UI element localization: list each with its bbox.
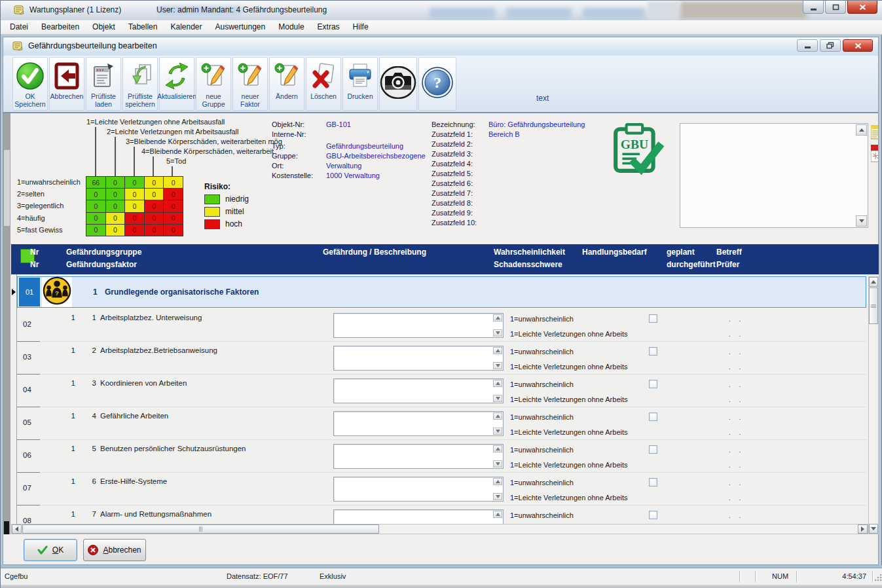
toolbar-kamera-button[interactable] bbox=[379, 57, 417, 111]
refresh-icon bbox=[162, 60, 192, 92]
menu-item-objekt[interactable]: Objekt bbox=[86, 20, 122, 34]
spinner-up-button[interactable] bbox=[493, 314, 502, 322]
excel-export-icon[interactable] bbox=[871, 125, 878, 143]
toolbar-aendern-button[interactable]: Ändern bbox=[269, 57, 304, 111]
grip-icon bbox=[199, 526, 200, 532]
toolbar-loeschen-label: Löschen bbox=[310, 92, 337, 100]
vertical-scrollbar-thumb[interactable] bbox=[869, 287, 878, 324]
menubar: DateiBearbeitenObjektTabellenKalenderAus… bbox=[1, 20, 882, 35]
row-severity: 1=Leichte Verletzungen ohne Arbeits bbox=[510, 461, 628, 469]
table-row[interactable]: 0514Gefährliche Arbeiten1=unwahrscheinli… bbox=[11, 407, 866, 440]
table-row[interactable]: 0211Arbeitsplatzbez. Unterweisung1=unwah… bbox=[11, 309, 866, 342]
cancel-button[interactable]: Abbrechen bbox=[83, 539, 146, 561]
table-row[interactable]: 0312Arbeitsplatzbez.Betriebsanweisung1=u… bbox=[11, 342, 866, 375]
menu-item-module[interactable]: Module bbox=[272, 20, 310, 34]
spinner-up-button[interactable] bbox=[493, 511, 502, 518]
dialog-restore-button[interactable] bbox=[820, 39, 841, 52]
left-scrollbar[interactable] bbox=[3, 113, 10, 534]
row-description-textarea[interactable] bbox=[333, 444, 504, 469]
notes-scroll-up-button[interactable] bbox=[856, 124, 867, 136]
window-maximize-button[interactable] bbox=[825, 1, 846, 14]
spinner-down-button[interactable] bbox=[493, 329, 502, 337]
spinner-up-button[interactable] bbox=[493, 347, 502, 354]
toolbar-neue-gruppe-button[interactable]: neueGruppe bbox=[196, 57, 231, 111]
toolbar-hilfe-button[interactable]: ? bbox=[418, 57, 456, 111]
scroll-down-button[interactable] bbox=[869, 524, 878, 534]
row-probability: 1=unwahrscheinlich bbox=[510, 446, 574, 454]
spinner-up-button[interactable] bbox=[493, 478, 502, 485]
row-description-textarea[interactable] bbox=[333, 313, 504, 338]
col-severity: Schadensschwere bbox=[494, 260, 562, 269]
row-done-date: . . bbox=[729, 494, 744, 502]
scroll-left-button[interactable] bbox=[12, 524, 22, 534]
menu-item-bearbeiten[interactable]: Bearbeiten bbox=[35, 20, 86, 34]
spinner-up-button[interactable] bbox=[493, 413, 502, 420]
table-row[interactable]: 0413Koordinieren von Arbeiten1=unwahrsch… bbox=[11, 375, 866, 407]
scroll-up-button[interactable] bbox=[869, 277, 878, 287]
toolbar-abbrechen-button[interactable]: Abbrechen bbox=[49, 57, 84, 111]
grip-icon bbox=[871, 304, 876, 305]
row-action-checkbox[interactable] bbox=[649, 380, 657, 388]
spinner-down-button[interactable] bbox=[493, 428, 502, 435]
pdf-export-icon[interactable] bbox=[871, 145, 878, 166]
cancel-circle-icon bbox=[88, 545, 98, 555]
scroll-right-button[interactable] bbox=[858, 524, 868, 534]
menu-item-datei[interactable]: Datei bbox=[3, 20, 35, 34]
row-description-textarea[interactable] bbox=[333, 477, 504, 502]
notes-textarea[interactable] bbox=[680, 123, 868, 228]
dialog-close-button[interactable] bbox=[843, 39, 873, 52]
table-horizontal-scrollbar[interactable] bbox=[11, 524, 868, 534]
check-circle-icon bbox=[16, 60, 45, 92]
notes-scroll-down-button[interactable] bbox=[856, 215, 867, 227]
row-action-checkbox[interactable] bbox=[649, 347, 657, 356]
horizontal-scrollbar-thumb[interactable] bbox=[22, 524, 379, 534]
window-close-button[interactable] bbox=[847, 1, 877, 14]
table-row[interactable]: 0615Benutzen persönlicher Schutzausrüstu… bbox=[11, 440, 866, 473]
row-description-textarea[interactable] bbox=[333, 378, 504, 403]
table-row[interactable]: 0817Alarm- und Rettungsmaßnahmen1=unwahr… bbox=[11, 505, 866, 524]
dialog-minimize-button[interactable] bbox=[797, 39, 818, 52]
row-description-textarea[interactable] bbox=[333, 509, 504, 524]
menu-item-hilfe[interactable]: Hilfe bbox=[346, 20, 375, 34]
ok-button[interactable]: OK bbox=[24, 539, 77, 561]
row-description-textarea[interactable] bbox=[333, 411, 504, 436]
row-action-checkbox[interactable] bbox=[649, 478, 657, 487]
toolbar-aktualisieren-button[interactable]: Aktualisieren bbox=[159, 57, 194, 111]
spinner-up-button[interactable] bbox=[493, 380, 502, 387]
menu-item-auswertungen[interactable]: Auswertungen bbox=[209, 20, 272, 34]
toolbar-pruefliste-laden-button[interactable]: Prüflisteladen bbox=[86, 57, 121, 111]
table-header: Nr Nr Gefährdungsgruppe Gefährdungsfakto… bbox=[11, 244, 879, 274]
spinner-down-button[interactable] bbox=[493, 362, 502, 369]
maximize-icon bbox=[832, 1, 839, 13]
left-scrollbar-thumb[interactable] bbox=[4, 150, 10, 226]
row-action-checkbox[interactable] bbox=[649, 413, 657, 421]
toolbar-loeschen-button[interactable]: Löschen bbox=[306, 57, 341, 111]
row-done-date: . . bbox=[729, 363, 744, 371]
menu-item-tabellen[interactable]: Tabellen bbox=[122, 20, 164, 34]
app-window: Wartungsplaner (1 Lizenz) User: admin Ma… bbox=[0, 0, 882, 588]
risk-matrix-cell: 0 bbox=[105, 176, 126, 189]
blurred-region bbox=[648, 1, 679, 19]
row-action-checkbox[interactable] bbox=[649, 511, 657, 519]
table-vertical-scrollbar[interactable] bbox=[868, 276, 879, 534]
object-field-label: Gruppe: bbox=[272, 152, 298, 160]
spinner-up-button[interactable] bbox=[493, 445, 502, 452]
row-action-checkbox[interactable] bbox=[649, 314, 657, 323]
group-row[interactable]: 01?1Grundlegende organisatorische Faktor… bbox=[17, 276, 866, 308]
toolbar-pruefliste-speichern-button[interactable]: Prüflistespeichern bbox=[122, 57, 158, 111]
toolbar-ok-speichern-button[interactable]: OKSpeichern bbox=[12, 57, 48, 111]
spinner-down-button[interactable] bbox=[493, 395, 502, 402]
toolbar-neuer-faktor-button[interactable]: neuerFaktor bbox=[232, 57, 268, 111]
restore-icon bbox=[826, 40, 834, 52]
row-action-checkbox[interactable] bbox=[649, 445, 657, 454]
spinner-down-button[interactable] bbox=[493, 460, 502, 468]
row-description-textarea[interactable] bbox=[333, 346, 504, 371]
resize-grip-icon[interactable] bbox=[874, 572, 882, 584]
toolbar-drucken-button[interactable]: Drucken bbox=[342, 57, 378, 111]
table-row[interactable]: 0716Erste-Hilfe-Systeme1=unwahrscheinlic… bbox=[11, 473, 866, 505]
window-minimize-button[interactable] bbox=[803, 1, 824, 14]
arrow-right-icon bbox=[861, 526, 864, 532]
menu-item-extras[interactable]: Extras bbox=[311, 20, 346, 34]
spinner-down-button[interactable] bbox=[493, 493, 502, 500]
menu-item-kalender[interactable]: Kalender bbox=[164, 20, 208, 34]
